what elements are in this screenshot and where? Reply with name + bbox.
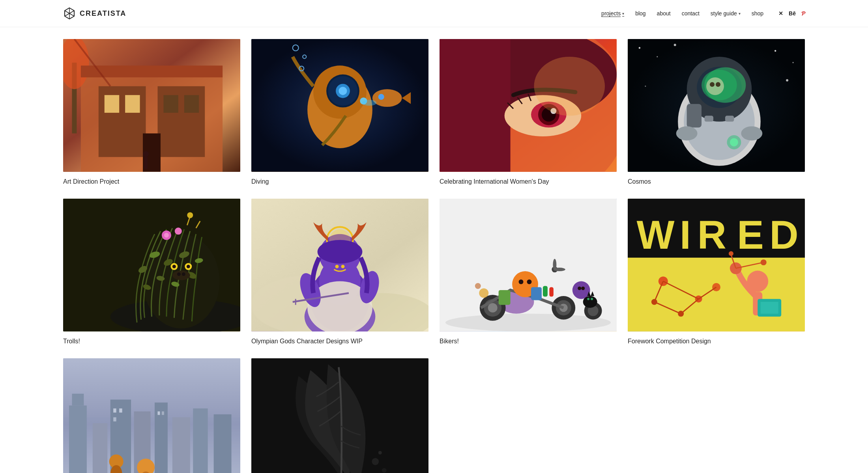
project-image-art-direction — [63, 39, 240, 172]
svg-text:R: R — [698, 212, 727, 257]
svg-point-170 — [761, 259, 767, 265]
svg-rect-187 — [113, 417, 116, 421]
svg-rect-64 — [705, 116, 713, 122]
svg-text:E: E — [737, 212, 764, 257]
svg-point-197 — [382, 468, 387, 473]
svg-rect-142 — [549, 287, 553, 297]
svg-point-49 — [657, 56, 658, 57]
project-image-cosmos — [628, 39, 805, 172]
behance-icon[interactable]: Bē — [789, 10, 796, 17]
svg-rect-183 — [193, 408, 208, 473]
svg-point-50 — [674, 44, 676, 46]
svg-point-51 — [774, 50, 776, 52]
logo-icon — [63, 7, 76, 20]
svg-rect-8 — [105, 95, 119, 113]
svg-point-198 — [378, 451, 382, 454]
project-image-black — [251, 358, 428, 473]
svg-point-85 — [172, 265, 176, 268]
project-image-city — [63, 358, 240, 473]
grid-item-city[interactable] — [63, 358, 240, 473]
svg-point-116 — [341, 265, 344, 268]
svg-rect-177 — [72, 394, 84, 406]
svg-point-62 — [710, 82, 715, 87]
svg-rect-10 — [163, 95, 178, 113]
svg-point-114 — [318, 240, 363, 264]
svg-point-171 — [729, 251, 733, 256]
svg-point-28 — [378, 94, 384, 100]
twitter-icon[interactable]: ✕ — [778, 10, 783, 17]
svg-point-118 — [445, 314, 611, 331]
svg-rect-188 — [157, 412, 160, 415]
project-image-wired: W I R E D — [628, 199, 805, 331]
svg-rect-178 — [93, 423, 107, 473]
svg-rect-189 — [162, 412, 164, 415]
project-title-women: Celebrating International Women's Day — [440, 177, 617, 186]
project-image-olympian — [251, 199, 428, 331]
grid-item-art-direction[interactable]: Art Direction Project — [63, 39, 240, 186]
project-title-diving: Diving — [251, 177, 428, 186]
svg-point-92 — [175, 227, 182, 235]
svg-point-135 — [581, 287, 585, 290]
svg-rect-9 — [125, 95, 140, 113]
grid-item-diving[interactable]: Diving — [251, 39, 428, 186]
site-header: CREATISTA projects ▾ blog about contact … — [0, 0, 868, 27]
pinterest-icon[interactable]: 𝓟 — [801, 10, 805, 17]
svg-point-17 — [143, 151, 149, 157]
svg-text:I: I — [680, 212, 691, 257]
svg-point-94 — [187, 212, 193, 218]
svg-rect-65 — [725, 116, 734, 122]
nav-item-projects[interactable]: projects ▾ — [601, 10, 624, 17]
social-links: ✕ Bē 𝓟 — [778, 10, 805, 17]
grid-item-women[interactable]: Celebrating International Women's Day — [440, 39, 617, 186]
logo[interactable]: CREATISTA — [63, 7, 126, 20]
project-title-bikers: Bikers! — [440, 337, 617, 346]
grid-item-black[interactable] — [251, 358, 428, 473]
svg-point-63 — [716, 82, 720, 87]
svg-point-26 — [372, 89, 402, 107]
svg-rect-182 — [172, 417, 190, 473]
grid-item-trolls[interactable]: Trolls! — [63, 199, 240, 346]
grid-item-bikers[interactable]: Bikers! — [440, 199, 617, 346]
svg-point-139 — [587, 298, 589, 300]
svg-point-134 — [578, 287, 581, 290]
svg-rect-18 — [144, 157, 148, 169]
main-nav: projects ▾ blog about contact style guid… — [601, 10, 805, 17]
projects-chevron-icon: ▾ — [622, 11, 624, 16]
svg-point-130 — [527, 279, 532, 284]
svg-point-61 — [706, 77, 724, 95]
svg-point-48 — [639, 47, 640, 48]
svg-rect-186 — [119, 408, 122, 412]
svg-point-196 — [372, 458, 379, 465]
svg-point-122 — [488, 303, 498, 313]
svg-point-52 — [793, 62, 794, 63]
svg-rect-37 — [440, 39, 511, 172]
svg-rect-173 — [761, 302, 778, 314]
nav-item-about[interactable]: about — [657, 10, 671, 17]
svg-point-69 — [676, 127, 698, 141]
project-image-diving — [251, 39, 428, 172]
svg-point-91 — [164, 233, 169, 238]
svg-point-86 — [187, 265, 190, 268]
grid-item-cosmos[interactable]: Cosmos — [628, 39, 805, 186]
svg-rect-176 — [69, 406, 87, 473]
nav-item-style-guide[interactable]: style guide ▾ — [711, 10, 741, 17]
svg-rect-131 — [499, 290, 511, 305]
svg-text:D: D — [769, 212, 799, 257]
project-title-olympian: Olympian Gods Character Designs WIP — [251, 337, 428, 346]
grid-item-olympian[interactable]: Olympian Gods Character Designs WIP — [251, 199, 428, 346]
svg-point-54 — [786, 79, 788, 82]
svg-rect-11 — [184, 95, 199, 113]
svg-text:W: W — [636, 212, 674, 257]
portfolio-grid: Art Direction Project — [63, 39, 805, 473]
logo-text: CREATISTA — [80, 9, 126, 18]
style-guide-chevron-icon: ▾ — [739, 11, 741, 16]
main-content: Art Direction Project — [0, 27, 868, 473]
svg-point-53 — [645, 86, 646, 87]
svg-point-89 — [182, 272, 185, 276]
svg-point-147 — [475, 283, 481, 289]
grid-item-wired[interactable]: W I R E D — [628, 199, 805, 346]
nav-item-blog[interactable]: blog — [635, 10, 645, 17]
svg-point-115 — [335, 265, 339, 268]
nav-item-contact[interactable]: contact — [682, 10, 700, 17]
nav-item-shop[interactable]: shop — [752, 10, 763, 17]
